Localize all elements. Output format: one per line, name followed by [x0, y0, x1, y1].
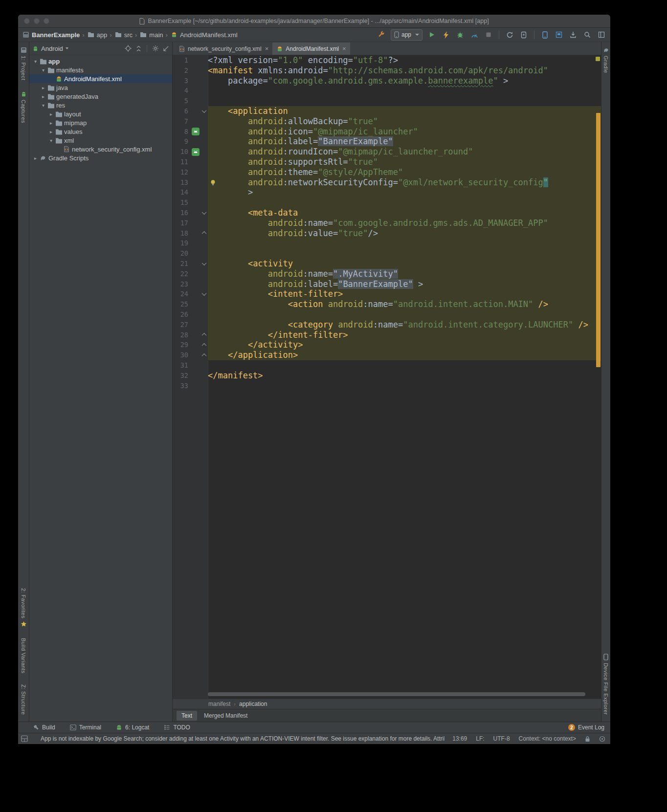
breadcrumb-application[interactable]: application: [239, 701, 267, 707]
layout-inspector-icon[interactable]: [554, 30, 564, 40]
tree-item[interactable]: ▾xml: [29, 136, 172, 145]
run-icon[interactable]: [427, 30, 437, 40]
run-configuration-select[interactable]: app: [391, 29, 422, 41]
hide-panel-icon[interactable]: [163, 45, 169, 52]
code-line[interactable]: <intent-filter>: [208, 289, 601, 299]
line-number[interactable]: 8: [173, 127, 190, 137]
code-line[interactable]: <action android:name="android.intent.act…: [208, 299, 601, 309]
line-number[interactable]: 1: [173, 55, 190, 66]
expand-arrow-icon[interactable]: ▾: [48, 138, 54, 143]
event-log-button[interactable]: 2 Event Log: [568, 724, 604, 731]
tab-merged-manifest[interactable]: Merged Manifest: [199, 711, 252, 721]
toolstripe-device-file-explorer[interactable]: Device File Explorer: [603, 654, 609, 715]
stop-icon[interactable]: [484, 30, 493, 40]
code-line[interactable]: <application: [208, 106, 601, 116]
expand-arrow-icon[interactable]: ▸: [48, 120, 54, 126]
toolstripe-project[interactable]: 1: Project: [21, 47, 27, 80]
toolstripe-structure[interactable]: Z: Structure: [21, 684, 26, 715]
code-line[interactable]: android:label="BannerExample" >: [208, 279, 601, 289]
code-line[interactable]: android:allowBackup="true": [208, 116, 601, 127]
attach-debugger-icon[interactable]: [519, 30, 529, 40]
expand-arrow-icon[interactable]: ▾: [40, 67, 46, 73]
code-line[interactable]: package="com.google.android.gms.example.…: [208, 76, 601, 86]
code-line[interactable]: [208, 309, 601, 320]
line-separator[interactable]: LF:: [476, 735, 484, 742]
toolstripe-gradle[interactable]: Gradle: [603, 47, 609, 73]
quickfix-bulb-icon[interactable]: [209, 179, 217, 186]
line-number[interactable]: 29: [173, 340, 190, 350]
line-number[interactable]: 11: [173, 157, 190, 167]
inspection-status-icon[interactable]: [596, 57, 600, 61]
tree-item[interactable]: ▸layout: [29, 110, 172, 118]
code-line[interactable]: </activity>: [208, 340, 601, 350]
close-icon[interactable]: ×: [265, 45, 269, 52]
code-line[interactable]: android:label="BannerExample": [208, 136, 601, 147]
line-number[interactable]: 9: [173, 136, 190, 147]
code-line[interactable]: <category android:name="android.intent.c…: [208, 320, 601, 330]
line-number[interactable]: 20: [173, 248, 190, 259]
line-number[interactable]: 32: [173, 371, 190, 381]
tab-android-manifest[interactable]: AndroidManifest.xml ×: [272, 43, 350, 55]
line-number[interactable]: 22: [173, 269, 190, 279]
locate-icon[interactable]: [125, 45, 132, 52]
fold-marker-icon[interactable]: [200, 228, 208, 239]
expand-arrow-icon[interactable]: ▸: [48, 111, 54, 117]
code-line[interactable]: <activity: [208, 259, 601, 269]
toolwindow-switcher-icon[interactable]: [21, 735, 28, 742]
line-number[interactable]: 28: [173, 330, 190, 340]
expand-arrow-icon[interactable]: ▸: [32, 155, 39, 161]
avd-manager-icon[interactable]: [540, 30, 550, 40]
settings-gear-icon[interactable]: [152, 45, 159, 52]
line-number[interactable]: 25: [173, 299, 190, 309]
toolwindows-icon[interactable]: [597, 30, 606, 40]
line-number[interactable]: 21: [173, 259, 190, 269]
breadcrumb-src[interactable]: src: [124, 31, 133, 39]
expand-arrow-icon[interactable]: ▸: [48, 129, 54, 134]
line-number[interactable]: 14: [173, 187, 190, 198]
editor[interactable]: 1<?xml version="1.0" encoding="utf-8"?>2…: [173, 55, 601, 699]
tab-text[interactable]: Text: [177, 711, 197, 721]
code-line[interactable]: >: [208, 187, 601, 198]
fold-marker-icon[interactable]: [200, 208, 208, 218]
code-line[interactable]: </intent-filter>: [208, 330, 601, 340]
search-everywhere-icon[interactable]: [582, 30, 592, 40]
launcher-preview-icon[interactable]: [190, 147, 200, 157]
breadcrumb-project[interactable]: BannerExample: [32, 31, 80, 39]
tree-item[interactable]: ▸generatedJava: [29, 92, 172, 101]
zoom-window-button[interactable]: [44, 18, 49, 24]
code-line[interactable]: [208, 360, 601, 371]
sdk-manager-icon[interactable]: [568, 30, 578, 40]
line-number[interactable]: 33: [173, 381, 190, 391]
error-stripe[interactable]: [595, 55, 601, 699]
breadcrumb-main[interactable]: main: [149, 31, 163, 39]
line-number[interactable]: 19: [173, 238, 190, 248]
line-number[interactable]: 17: [173, 218, 190, 228]
toolbar-terminal[interactable]: Terminal: [70, 724, 101, 731]
status-message[interactable]: App is not indexable by Google Search; c…: [41, 735, 445, 742]
line-number[interactable]: 24: [173, 289, 190, 299]
code-line[interactable]: [208, 381, 601, 391]
code-line[interactable]: android:icon="@mipmap/ic_launcher": [208, 127, 601, 137]
line-number[interactable]: 7: [173, 116, 190, 127]
lock-icon[interactable]: [585, 736, 590, 742]
line-number[interactable]: 26: [173, 309, 190, 320]
expand-arrow-icon[interactable]: ▸: [40, 94, 46, 99]
fold-marker-icon[interactable]: [200, 259, 208, 269]
fold-marker-icon[interactable]: [200, 289, 208, 299]
close-icon[interactable]: ×: [342, 45, 346, 52]
code-line[interactable]: </application>: [208, 350, 601, 360]
breadcrumb-file[interactable]: AndroidManifest.xml: [180, 31, 238, 39]
toolstripe-build-variants[interactable]: Build Variants: [21, 638, 26, 674]
line-number[interactable]: 5: [173, 96, 190, 106]
code-line[interactable]: </manifest>: [208, 371, 601, 381]
code-line[interactable]: android:name="com.google.android.gms.ads…: [208, 218, 601, 228]
breadcrumb-manifest[interactable]: manifest: [208, 701, 230, 707]
code-line[interactable]: [208, 86, 601, 96]
tree-item[interactable]: network_security_config.xml: [29, 145, 172, 154]
minimize-window-button[interactable]: [34, 18, 40, 24]
apply-changes-icon[interactable]: [441, 30, 451, 40]
line-number[interactable]: 31: [173, 360, 190, 371]
tree-item[interactable]: AndroidManifest.xml: [29, 74, 172, 83]
tree-item[interactable]: ▾res: [29, 101, 172, 110]
code-line[interactable]: android:roundIcon="@mipmap/ic_launcher_r…: [208, 147, 601, 157]
